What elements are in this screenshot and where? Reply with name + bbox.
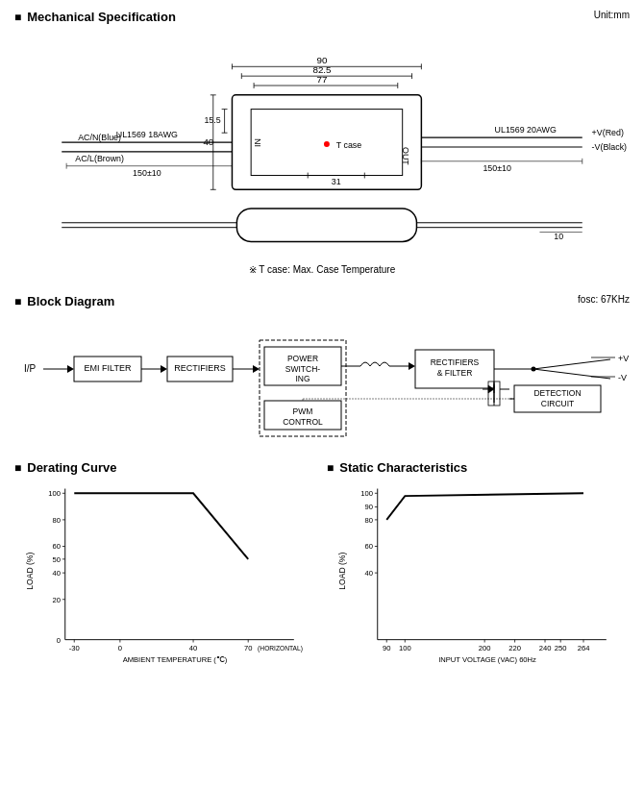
svg-text:RECTIFIERS: RECTIFIERS [431, 357, 480, 367]
svg-text:20: 20 [53, 596, 61, 604]
static-svg: 100 90 80 60 40 LOAD (%) 90 100 200 220 [327, 480, 630, 672]
svg-text:100: 100 [360, 489, 373, 498]
svg-line-84 [533, 369, 610, 379]
svg-text:POWER: POWER [287, 354, 318, 363]
svg-text:(HORIZONTAL): (HORIZONTAL) [258, 645, 303, 652]
mechanical-svg: 90 82.5 77 40 15.5 [14, 37, 630, 258]
svg-text:-30: -30 [69, 644, 80, 652]
svg-text:240: 240 [539, 644, 552, 652]
svg-text:LOAD (%): LOAD (%) [25, 553, 35, 590]
derating-svg: 100 80 60 50 40 20 0 LOAD (%) -30 [14, 480, 317, 672]
unit-label: Unit:mm [594, 10, 630, 20]
svg-text:AC/N(Blue): AC/N(Blue) [78, 133, 121, 142]
svg-text:+V(Red): +V(Red) [592, 128, 624, 137]
mechanical-title: Mechanical Specification [14, 10, 630, 24]
svg-marker-75 [409, 362, 415, 370]
mechanical-diagram: 90 82.5 77 40 15.5 [14, 32, 630, 262]
svg-marker-64 [253, 365, 260, 373]
svg-text:& FILTER: & FILTER [437, 368, 473, 378]
svg-rect-48 [236, 209, 416, 241]
svg-text:0: 0 [57, 636, 61, 645]
svg-text:77: 77 [317, 74, 328, 85]
svg-text:40: 40 [365, 569, 373, 578]
svg-text:40: 40 [189, 644, 197, 652]
svg-text:INPUT VOLTAGE (VAC) 60Hz: INPUT VOLTAGE (VAC) 60Hz [438, 655, 536, 664]
svg-text:UL1569 20AWG: UL1569 20AWG [495, 125, 557, 135]
svg-text:80: 80 [365, 516, 373, 525]
svg-text:PWM: PWM [293, 406, 313, 416]
svg-text:100: 100 [399, 644, 411, 652]
derating-container: Derating Curve 100 80 60 50 40 2 [14, 460, 317, 674]
svg-text:CONTROL: CONTROL [283, 417, 323, 427]
charts-row: Derating Curve 100 80 60 50 40 2 [14, 460, 630, 674]
svg-text:-V: -V [618, 373, 627, 382]
svg-text:264: 264 [578, 644, 590, 652]
svg-text:40: 40 [53, 569, 61, 578]
svg-text:10: 10 [554, 232, 563, 241]
svg-text:EMI FILTER: EMI FILTER [85, 363, 132, 373]
svg-text:LOAD (%): LOAD (%) [337, 553, 347, 590]
svg-text:15.5: 15.5 [204, 115, 220, 125]
svg-text:AMBIENT TEMPERATURE (℃): AMBIENT TEMPERATURE (℃) [123, 655, 228, 664]
svg-marker-56 [67, 365, 74, 373]
svg-text:150±10: 150±10 [483, 163, 511, 173]
mechanical-section: Mechanical Specification Unit:mm 90 82.5… [14, 10, 630, 275]
svg-text:T case: T case [336, 140, 361, 150]
svg-text:31: 31 [332, 177, 341, 186]
svg-text:OUT: OUT [401, 147, 410, 165]
svg-text:90: 90 [383, 644, 390, 652]
svg-text:ING: ING [295, 374, 310, 383]
svg-marker-92 [488, 385, 494, 393]
block-title: Block Diagram [14, 294, 630, 308]
block-svg: I/P EMI FILTER RECTIFIERS POWER SWITCH- … [14, 316, 630, 441]
svg-text:CIRCUIT: CIRCUIT [541, 399, 574, 408]
svg-text:50: 50 [53, 555, 61, 564]
fosc-label: fosc: 67KHz [578, 294, 630, 305]
static-container: Static Characteristics 100 90 80 60 40 L… [327, 460, 630, 674]
svg-text:IN: IN [253, 138, 262, 147]
block-diagram-container: I/P EMI FILTER RECTIFIERS POWER SWITCH- … [14, 316, 630, 441]
svg-text:80: 80 [53, 516, 61, 525]
svg-text:AC/L(Brown): AC/L(Brown) [75, 154, 124, 163]
svg-text:60: 60 [365, 542, 373, 551]
svg-text:SWITCH-: SWITCH- [285, 364, 321, 374]
svg-text:100: 100 [48, 489, 61, 498]
svg-text:60: 60 [53, 542, 61, 551]
svg-text:DETECTION: DETECTION [533, 388, 581, 398]
svg-marker-60 [161, 365, 167, 373]
svg-text:+V: +V [618, 354, 629, 363]
svg-line-81 [533, 359, 610, 369]
svg-text:0: 0 [118, 644, 122, 652]
svg-text:250: 250 [555, 644, 567, 652]
ip-label: I/P [24, 363, 37, 374]
svg-text:70: 70 [244, 644, 252, 652]
svg-text:150±10: 150±10 [133, 168, 161, 178]
tcase-note: ※ T case: Max. Case Temperature [14, 264, 630, 275]
block-section: Block Diagram fosc: 67KHz I/P EMI FILTER… [14, 294, 630, 441]
derating-title: Derating Curve [14, 460, 317, 475]
svg-text:90: 90 [365, 503, 373, 511]
svg-text:200: 200 [479, 644, 491, 652]
svg-text:UL1569 18AWG: UL1569 18AWG [116, 130, 178, 139]
svg-text:RECTIFIERS: RECTIFIERS [174, 363, 226, 373]
svg-text:220: 220 [508, 644, 521, 652]
svg-point-24 [324, 141, 330, 147]
static-title: Static Characteristics [327, 460, 630, 475]
svg-text:-V(Black): -V(Black) [592, 142, 627, 152]
